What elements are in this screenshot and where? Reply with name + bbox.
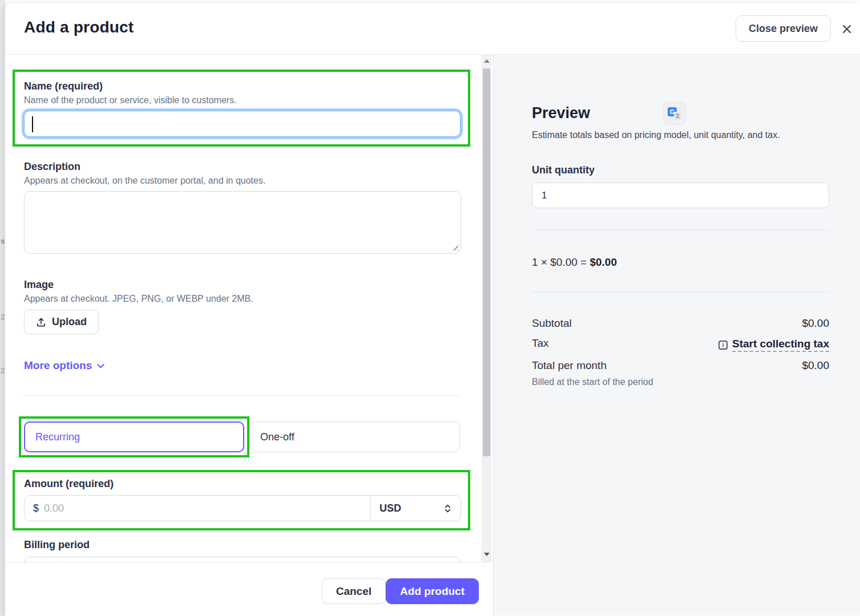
image-label: Image: [24, 279, 465, 291]
add-product-modal: Add a product Close preview Name (requir…: [5, 3, 860, 616]
scrollbar-thumb[interactable]: [483, 68, 490, 456]
tax-label: Tax: [532, 337, 549, 350]
billing-period-select[interactable]: [24, 557, 461, 562]
currency-symbol: $: [33, 502, 39, 514]
section-divider: [24, 395, 461, 396]
background-fragment: s: [1, 237, 5, 245]
annotation-box-amount: Amount (required) $ 0.00 USD: [13, 470, 470, 530]
total-row: Total per month $0.00: [532, 359, 829, 372]
amount-input-group: $ 0.00 USD: [24, 495, 461, 521]
close-button[interactable]: [838, 21, 855, 38]
start-collecting-tax-link[interactable]: i Start collecting tax: [718, 338, 829, 352]
upload-button[interactable]: Upload: [24, 310, 99, 334]
amount-placeholder: 0.00: [44, 502, 64, 514]
description-label: Description: [24, 161, 465, 173]
preview-panel: Preview G 文 Estimate totals based on pri…: [493, 55, 860, 615]
currency-select[interactable]: USD: [370, 496, 461, 521]
text-cursor: [32, 116, 33, 132]
calculation-prefix: 1 × $0.00 =: [532, 256, 590, 268]
description-textarea[interactable]: [24, 191, 461, 254]
stepper-icon: [443, 504, 452, 513]
close-icon: [841, 23, 853, 35]
image-section: Image Appears at checkout. JPEG, PNG, or…: [24, 279, 465, 334]
background-fragment: 2.: [1, 313, 5, 321]
translate-button[interactable]: G 文: [663, 102, 686, 125]
translate-char-glyph: 文: [674, 112, 681, 120]
billing-note: Billed at the start of the period: [532, 377, 829, 387]
amount-input[interactable]: $ 0.00: [25, 496, 370, 521]
scrollbar-down-arrow-icon[interactable]: [482, 549, 491, 560]
cancel-button[interactable]: Cancel: [322, 578, 386, 604]
scrollbar-up-arrow-icon[interactable]: [482, 56, 491, 66]
subtotal-label: Subtotal: [532, 317, 572, 330]
total-label: Total per month: [532, 359, 607, 372]
name-label: Name (required): [24, 80, 461, 92]
page-title: Add a product: [24, 18, 134, 37]
image-helper-text: Appears at checkout. JPEG, PNG, or WEBP …: [24, 294, 465, 304]
calculation-total: $0.00: [590, 256, 617, 268]
billing-period-label: Billing period: [24, 539, 465, 551]
amount-label: Amount (required): [24, 478, 461, 490]
close-preview-button[interactable]: Close preview: [736, 15, 831, 42]
calculation-line: 1 × $0.00 = $0.00: [532, 256, 834, 269]
description-section: Description Appears at checkout, on the …: [24, 161, 465, 254]
modal-footer: Cancel Add product: [5, 562, 493, 615]
unit-quantity-label: Unit quantity: [532, 164, 834, 176]
preview-divider: [532, 292, 829, 293]
upload-icon: [36, 317, 46, 327]
background-fragment: 2.: [1, 366, 5, 375]
screen: s 2. 2. Add a product Close preview: [0, 0, 860, 616]
upload-button-label: Upload: [52, 316, 87, 328]
name-helper-text: Name of the product or service, visible …: [24, 95, 461, 106]
annotation-box-name: Name (required) Name of the product or s…: [13, 70, 470, 147]
tax-row: Tax i Start collecting tax: [532, 337, 829, 352]
pricing-option-recurring[interactable]: Recurring: [24, 422, 244, 452]
subtotal-value: $0.00: [802, 317, 829, 330]
preview-divider: [532, 230, 829, 230]
total-value: $0.00: [802, 359, 829, 372]
google-translate-icon: G 文: [668, 107, 681, 120]
form-scrollbar[interactable]: [482, 55, 491, 562]
tax-link-label: Start collecting tax: [732, 338, 829, 352]
preview-title: Preview: [532, 104, 590, 122]
name-input[interactable]: [24, 111, 461, 137]
chevron-down-icon: [96, 361, 106, 371]
more-options-link[interactable]: More options: [24, 359, 106, 372]
add-product-button[interactable]: Add product: [386, 578, 479, 604]
form-scroll-area: Name (required) Name of the product or s…: [5, 55, 493, 562]
product-form-panel: Name (required) Name of the product or s…: [5, 55, 493, 615]
subtotal-row: Subtotal $0.00: [532, 317, 829, 330]
preview-subtitle: Estimate totals based on pricing model, …: [532, 130, 834, 140]
unit-quantity-input[interactable]: [532, 183, 829, 208]
info-icon: i: [718, 341, 728, 350]
description-helper-text: Appears at checkout, on the customer por…: [24, 176, 465, 186]
pricing-option-one-off[interactable]: One-off: [249, 422, 460, 452]
more-options-label: More options: [24, 359, 92, 372]
annotation-box-recurring: Recurring: [19, 416, 249, 457]
background-page-edge: s 2. 2.: [0, 0, 5, 616]
modal-header: Add a product Close preview: [5, 3, 860, 55]
currency-code: USD: [379, 502, 401, 514]
pricing-type-toggle: Recurring One-off: [24, 416, 465, 457]
